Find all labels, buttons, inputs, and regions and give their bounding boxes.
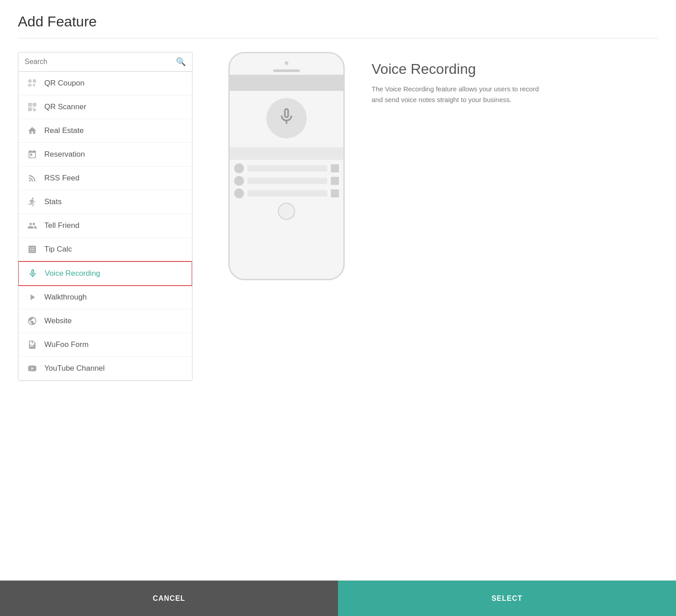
- phone-home-button: [278, 203, 295, 220]
- youtube-channel-icon: [26, 363, 38, 374]
- phone-mic-icon: [277, 107, 296, 130]
- phone-mic-area: [266, 98, 307, 138]
- list-item[interactable]: Real Estate: [18, 119, 192, 143]
- wufoo-form-icon: [26, 339, 38, 351]
- list-item[interactable]: Tell Friend: [18, 214, 192, 238]
- header-divider: [18, 38, 658, 38]
- walkthrough-icon: [26, 291, 38, 303]
- feature-list: QR Coupon QR Scanner Real Estate: [18, 72, 192, 381]
- list-item[interactable]: WuFoo Form: [18, 333, 192, 357]
- svg-rect-4: [34, 104, 35, 106]
- list-item[interactable]: Walkthrough: [18, 286, 192, 309]
- stats-icon: [26, 196, 38, 208]
- list-item[interactable]: QR Scanner: [18, 95, 192, 119]
- rss-feed-icon: [26, 172, 38, 184]
- feature-label: RSS Feed: [44, 174, 79, 183]
- phone-list-square: [331, 177, 339, 185]
- feature-label: Stats: [44, 197, 62, 206]
- feature-label: Tell Friend: [44, 221, 79, 230]
- real-estate-icon: [26, 125, 38, 137]
- page-title: Add Feature: [18, 13, 658, 30]
- feature-label: Real Estate: [44, 126, 84, 135]
- phone-list-row: [234, 188, 339, 198]
- feature-detail-title: Voice Recording: [372, 61, 658, 77]
- phone-content-bar: [230, 147, 343, 160]
- qr-coupon-icon: [26, 77, 38, 89]
- feature-detail-description: The Voice Recording feature allows your …: [372, 84, 542, 105]
- feature-label: Reservation: [44, 150, 85, 159]
- feature-label: Website: [44, 317, 72, 325]
- website-icon: [26, 315, 38, 327]
- feature-label: WuFoo Form: [44, 340, 89, 349]
- phone-header-bar: [230, 75, 343, 91]
- feature-label: Walkthrough: [44, 293, 87, 302]
- list-item[interactable]: YouTube Channel: [18, 357, 192, 381]
- phone-mockup: [228, 52, 345, 280]
- tip-calc-icon: [26, 244, 38, 255]
- list-item-voice-recording[interactable]: Voice Recording: [18, 261, 193, 286]
- svg-rect-5: [30, 109, 31, 110]
- phone-list-circle: [234, 163, 244, 173]
- feature-label: Tip Calc: [44, 245, 72, 254]
- search-input[interactable]: [25, 58, 176, 66]
- phone-list-square: [331, 189, 339, 197]
- list-item[interactable]: RSS Feed: [18, 167, 192, 190]
- feature-list-panel: 🔍 QR Coupon QR Scanner: [18, 52, 193, 381]
- phone-list-square: [331, 164, 339, 172]
- cancel-button[interactable]: CANCEL: [0, 581, 338, 616]
- phone-list-line: [248, 165, 327, 171]
- content-area: 🔍 QR Coupon QR Scanner: [18, 52, 658, 567]
- tell-friend-icon: [26, 220, 38, 231]
- search-icon: 🔍: [176, 57, 186, 67]
- list-item[interactable]: Website: [18, 309, 192, 333]
- select-button[interactable]: SELECT: [338, 581, 676, 616]
- phone-list-circle: [234, 188, 244, 198]
- phone-camera: [285, 61, 288, 65]
- phone-mockup-container: [228, 52, 345, 280]
- list-item[interactable]: Tip Calc: [18, 238, 192, 261]
- phone-list-row: [234, 163, 339, 173]
- list-item[interactable]: QR Coupon: [18, 72, 192, 95]
- feature-label: QR Scanner: [44, 103, 86, 111]
- qr-scanner-icon: [26, 101, 38, 113]
- bottom-bar: CANCEL SELECT: [0, 580, 676, 616]
- phone-speaker: [273, 69, 300, 72]
- voice-recording-icon: [27, 268, 39, 279]
- search-box: 🔍: [18, 52, 192, 72]
- svg-rect-3: [30, 104, 31, 106]
- page-container: Add Feature 🔍 QR Coupon: [0, 0, 676, 567]
- phone-mic-circle: [266, 98, 307, 138]
- phone-list-line: [248, 178, 327, 184]
- feature-label: QR Coupon: [44, 79, 85, 88]
- phone-list-row: [234, 176, 339, 186]
- list-item[interactable]: Reservation: [18, 143, 192, 167]
- feature-info-panel: Voice Recording The Voice Recording feat…: [363, 52, 658, 105]
- feature-label: YouTube Channel: [44, 364, 105, 373]
- phone-list-circle: [234, 176, 244, 186]
- feature-label: Voice Recording: [45, 269, 100, 278]
- phone-list-line: [248, 190, 327, 197]
- list-item[interactable]: Stats: [18, 190, 192, 214]
- phone-list: [230, 163, 343, 198]
- reservation-icon: [26, 149, 38, 160]
